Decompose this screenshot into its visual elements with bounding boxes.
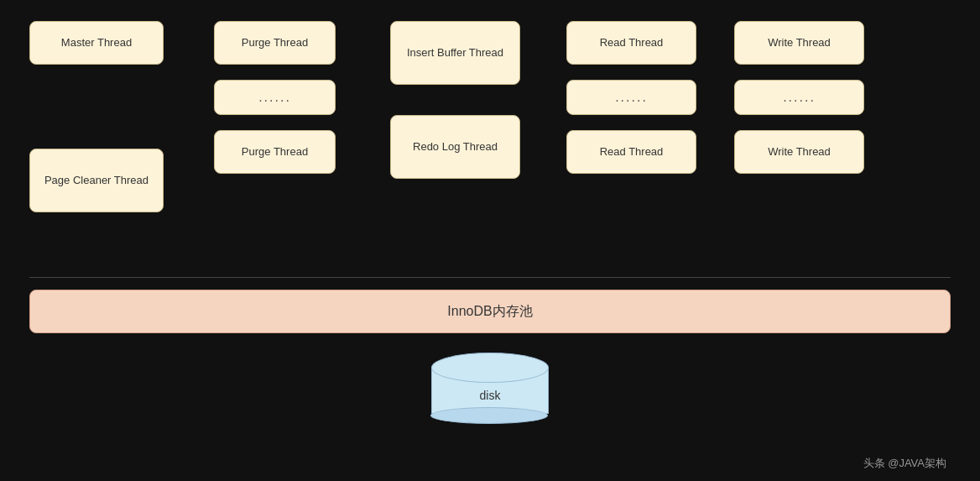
insert-buffer-thread-label: Insert Buffer Thread <box>407 46 503 60</box>
purge-thread-1-label: Purge Thread <box>242 36 308 50</box>
purge-thread-2-box: Purge Thread <box>214 130 336 174</box>
memory-pool-label: InnoDB内存池 <box>447 303 532 321</box>
read-dots-label: ...... <box>615 89 648 107</box>
page-cleaner-thread-label: Page Cleaner Thread <box>44 174 149 188</box>
write-thread-2-label: Write Thread <box>768 145 831 159</box>
disk-bottom-ellipse <box>430 407 548 424</box>
read-thread-2-label: Read Thread <box>600 145 664 159</box>
purge-dots-label: ...... <box>258 89 291 107</box>
purge-thread-2-label: Purge Thread <box>242 145 308 159</box>
master-thread-box: Master Thread <box>29 21 164 65</box>
read-thread-1-label: Read Thread <box>600 36 664 50</box>
innodb-memory-pool: InnoDB内存池 <box>29 290 951 333</box>
purge-dots-box: ...... <box>214 80 336 115</box>
disk-container: disk <box>431 353 549 424</box>
watermark: 头条 @JAVA架构 <box>863 456 946 471</box>
col-purge: Purge Thread ...... Purge Thread <box>214 21 336 174</box>
disk-cylinder: disk <box>431 353 549 424</box>
redo-log-thread-box: Redo Log Thread <box>390 115 520 179</box>
page-cleaner-thread-box: Page Cleaner Thread <box>29 149 164 212</box>
watermark-text: 头条 @JAVA架构 <box>863 457 946 469</box>
threads-section: Master Thread Page Cleaner Thread Purge … <box>29 21 951 281</box>
write-thread-1-box: Write Thread <box>734 21 864 65</box>
read-thread-2-box: Read Thread <box>566 130 696 174</box>
divider-line <box>29 277 951 278</box>
col-insert-redo: Insert Buffer Thread Redo Log Thread <box>390 21 520 179</box>
disk-top-ellipse <box>431 353 549 383</box>
redo-log-thread-label: Redo Log Thread <box>413 140 498 154</box>
insert-buffer-thread-box: Insert Buffer Thread <box>390 21 520 85</box>
purge-thread-1-box: Purge Thread <box>214 21 336 65</box>
read-thread-1-box: Read Thread <box>566 21 696 65</box>
master-thread-label: Master Thread <box>61 36 132 50</box>
write-dots-label: ...... <box>783 89 816 107</box>
write-thread-1-label: Write Thread <box>768 36 831 50</box>
col-read: Read Thread ...... Read Thread <box>566 21 696 174</box>
col-write: Write Thread ...... Write Thread <box>734 21 864 174</box>
read-dots-box: ...... <box>566 80 696 115</box>
col-master: Master Thread Page Cleaner Thread <box>29 21 164 212</box>
write-dots-box: ...... <box>734 80 864 115</box>
disk-label: disk <box>480 389 501 402</box>
write-thread-2-box: Write Thread <box>734 130 864 174</box>
